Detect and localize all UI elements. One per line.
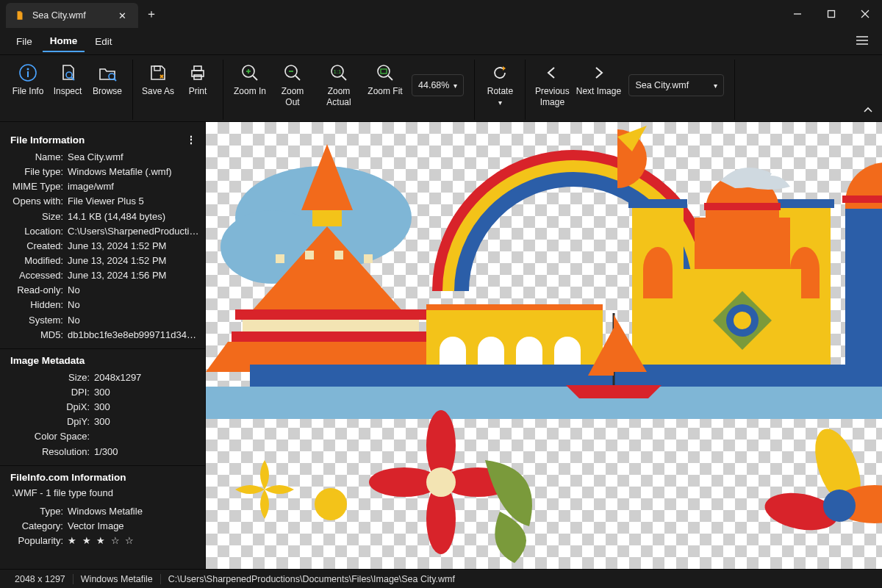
svg-rect-42 — [232, 331, 430, 342]
browse-button[interactable]: Browse — [88, 60, 126, 108]
zoom-actual-button[interactable]: 1:1 Zoom Actual — [315, 60, 363, 108]
status-filetype: Windows Metafile — [74, 574, 161, 584]
info-value: 2048x1297 — [94, 370, 199, 385]
svg-rect-9 — [27, 71, 29, 77]
info-key: Category: — [10, 519, 68, 534]
svg-point-73 — [823, 490, 856, 522]
info-row: Name:Sea City.wmf — [10, 150, 199, 165]
zoom-in-button[interactable]: Zoom In — [229, 60, 270, 108]
info-row: Type:Windows Metafile — [10, 504, 199, 519]
chevron-right-icon — [591, 62, 606, 83]
svg-point-69 — [426, 467, 456, 497]
info-key: MIME Type: — [10, 179, 68, 194]
collapse-ribbon-button[interactable] — [857, 60, 879, 120]
chevron-down-icon: ▾ — [714, 82, 717, 90]
info-row: Hidden:No — [10, 298, 199, 312]
inspect-button[interactable]: Inspect — [49, 60, 87, 108]
menu-file[interactable]: File — [9, 32, 40, 51]
file-icon — [15, 10, 25, 21]
info-key: File type: — [10, 165, 68, 179]
info-value — [94, 429, 199, 444]
info-value: 300 — [94, 415, 199, 429]
menu-edit[interactable]: Edit — [87, 32, 119, 51]
info-key: Accessed: — [10, 268, 68, 283]
zoom-value: 44.68% — [418, 80, 449, 90]
inspect-icon — [58, 62, 77, 83]
print-button[interactable]: Print — [179, 60, 217, 108]
info-value: File Viewer Plus 5 — [68, 194, 199, 209]
file-info-button[interactable]: File Info — [9, 60, 47, 108]
ribbon: File Info Inspect Browse Save As Print Z… — [0, 54, 882, 122]
zoom-dropdown[interactable]: 44.68% ▾ — [412, 74, 464, 96]
info-icon — [18, 62, 37, 83]
rotate-button[interactable]: Rotate▾ — [481, 60, 519, 108]
window-controls — [781, 0, 882, 28]
svg-point-64 — [315, 488, 347, 520]
print-icon — [188, 62, 207, 83]
svg-line-29 — [388, 76, 392, 80]
svg-point-28 — [378, 65, 390, 77]
zoom-fit-button[interactable]: Zoom Fit — [365, 60, 406, 108]
info-key: System: — [10, 313, 68, 328]
status-path: C:\Users\SharpenedProductions\Documents\… — [161, 574, 462, 584]
svg-text:1:1: 1:1 — [333, 68, 342, 75]
close-button[interactable] — [848, 0, 882, 28]
save-icon — [148, 62, 168, 83]
statusbar: 2048 x 1297 Windows Metafile C:\Users\Sh… — [0, 569, 882, 588]
hamburger-icon[interactable] — [851, 35, 873, 48]
info-key: Size: — [10, 370, 94, 385]
new-tab-button[interactable]: ＋ — [138, 0, 165, 28]
info-row: MD5:db1bbc1fe3e8eb999711d349c... — [10, 328, 199, 343]
svg-point-55 — [734, 312, 751, 329]
info-value: Windows Metafile (.wmf) — [68, 165, 199, 179]
svg-line-19 — [253, 76, 257, 80]
info-key: Size: — [10, 209, 68, 224]
maximize-button[interactable] — [814, 0, 848, 28]
save-as-button[interactable]: Save As — [139, 60, 177, 108]
info-value: No — [68, 298, 199, 312]
svg-rect-50 — [704, 203, 781, 210]
info-row: Location:C:\Users\SharpenedProductio... — [10, 224, 199, 239]
zoom-in-icon — [240, 62, 259, 83]
info-value: 14.1 KB (14,484 bytes) — [68, 209, 199, 224]
file-dropdown[interactable]: Sea City.wmf ▾ — [628, 74, 724, 96]
info-row: System:No — [10, 313, 199, 328]
tab-close-button[interactable]: ✕ — [113, 10, 131, 21]
svg-point-10 — [66, 72, 72, 78]
svg-line-23 — [295, 76, 300, 80]
zoom-out-icon — [283, 62, 302, 83]
zoom-out-button[interactable]: Zoom Out — [272, 60, 313, 108]
chevron-down-icon: ▾ — [453, 82, 457, 90]
info-row: Modified:June 13, 2024 1:52 PM — [10, 254, 199, 268]
info-key: Hidden: — [10, 298, 68, 312]
file-info-heading: File Information — [10, 135, 85, 146]
svg-point-8 — [27, 68, 29, 71]
titlebar: Sea City.wmf ✕ ＋ — [0, 0, 882, 28]
more-icon[interactable]: ⋮ — [183, 134, 199, 146]
info-row: Color Space: — [10, 429, 199, 444]
info-row: DpiX:300 — [10, 400, 199, 415]
menubar: File Home Edit — [0, 28, 882, 54]
next-image-button[interactable]: Next Image — [574, 60, 623, 108]
svg-rect-17 — [194, 75, 201, 79]
svg-rect-38 — [334, 251, 343, 259]
minimize-button[interactable] — [781, 0, 814, 28]
info-sidebar: File Information ⋮ Name:Sea City.wmfFile… — [0, 122, 206, 569]
previous-image-button[interactable]: Previous Image — [531, 60, 573, 108]
info-row: Size:14.1 KB (14,484 bytes) — [10, 209, 199, 224]
info-value: ★ ★ ★ ☆ ☆ — [68, 534, 199, 548]
info-key: Name: — [10, 150, 68, 165]
svg-point-12 — [109, 74, 115, 79]
info-value: June 13, 2024 1:52 PM — [68, 254, 199, 268]
info-row: Accessed:June 13, 2024 1:56 PM — [10, 268, 199, 283]
svg-rect-57 — [845, 209, 882, 365]
image-canvas[interactable] — [206, 122, 882, 569]
info-key: Popularity: — [10, 534, 68, 548]
svg-rect-49 — [775, 199, 834, 208]
info-key: Type: — [10, 504, 68, 519]
info-value: C:\Users\SharpenedProductio... — [68, 224, 199, 239]
document-tab[interactable]: Sea City.wmf ✕ — [6, 3, 138, 28]
menu-home[interactable]: Home — [43, 31, 85, 52]
rotate-icon — [490, 62, 509, 83]
info-row: DpiY:300 — [10, 415, 199, 429]
